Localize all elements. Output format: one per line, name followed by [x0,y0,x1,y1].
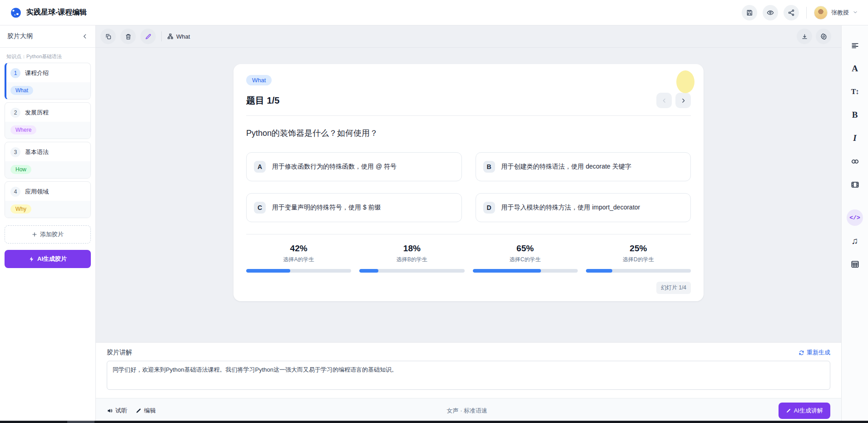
preview-audio-button[interactable]: 试听 [107,407,127,415]
progress-track [586,269,691,273]
stat-label: 选择A的学生 [246,256,351,264]
narration-panel: 胶片讲解 重新生成 同学们好，欢迎来到Python基础语法课程。我们将学习Pyt… [96,342,841,423]
slide-item-2[interactable]: 2 发展历程 Where [5,102,91,139]
card-divider [246,115,691,116]
user-name: 张教授 [831,9,849,17]
slide-number: 3 [10,147,20,157]
progress-track [359,269,464,273]
next-question-button[interactable] [675,93,691,108]
narration-textarea[interactable]: 同学们好，欢迎来到Python基础语法课程。我们将学习Python这一强大而又易… [107,361,830,390]
slide-list: 1 课程介绍 What 2 发展历程 Where [0,63,95,221]
text-size-button[interactable]: T↕ [847,84,863,100]
trash-icon [125,33,132,40]
sitemap-icon [167,33,174,40]
slide-tag: How [10,165,31,174]
option-letter: C [254,202,266,214]
slide-outline-sidebar: 胶片大纲 知识点：Python基础语法 1 课程介绍 What [0,25,96,423]
lightning-icon [29,256,35,262]
option-letter: B [483,161,495,173]
progress-track [473,269,578,273]
slide-label: 发展历程 [25,109,49,117]
slide-item-3[interactable]: 3 基本语法 How [5,142,91,179]
video-button[interactable] [847,176,863,193]
link-button[interactable] [847,153,863,169]
knowledge-point-label: 知识点：Python基础语法 [0,48,95,63]
film-icon [851,180,859,189]
add-slide-button[interactable]: 添加胶片 [5,225,91,244]
slide-number: 1 [10,68,20,78]
italic-button[interactable]: I [847,130,863,146]
option-b[interactable]: B 用于创建类的特殊语法，使用 decorate 关键字 [476,152,691,181]
speaker-icon [107,408,113,414]
user-menu[interactable]: 张教授 [814,6,858,20]
slide-type-indicator: What [167,33,190,40]
edit-slide-button[interactable] [140,29,156,44]
slide-item-1[interactable]: 1 课程介绍 What [5,63,91,100]
align-left-icon [851,41,859,50]
save-icon [746,9,753,16]
sidebar-title: 胶片大纲 [7,32,33,40]
option-letter: A [254,161,266,173]
stat-label: 选择C的学生 [473,256,578,264]
editor-main: What What 题目 1/5 [96,25,841,423]
header-divider [806,7,807,19]
align-left-button[interactable] [847,37,863,54]
question-counter: 题目 1/5 [246,95,279,107]
preview-button[interactable] [763,5,778,20]
chevron-left-icon [82,33,88,40]
card-divider [246,234,691,234]
save-button[interactable] [742,5,757,20]
slide-page-indicator: 幻灯片 1/4 [656,282,691,294]
code-button[interactable]: </> [847,209,863,226]
ai-generate-slides-button[interactable]: AI生成胶片 [5,250,91,268]
pencil-icon [135,408,142,414]
pencil-icon [786,408,791,413]
settings-button[interactable] [816,29,831,44]
link-icon [851,157,859,166]
stat-percent: 65% [473,244,578,254]
progress-fill [246,269,290,273]
stat-percent: 42% [246,244,351,254]
slide-number: 4 [10,187,20,197]
slide-type-badge: What [246,75,272,85]
option-c[interactable]: C 用于变量声明的特殊符号，使用 $ 前缀 [246,193,462,222]
option-d[interactable]: D 用于导入模块的特殊方法，使用 import_decorator [476,193,691,222]
option-letter: D [483,202,495,214]
gear-icon [820,33,827,40]
app-logo-globe-icon [10,7,22,19]
narration-title: 胶片讲解 [107,348,132,357]
ai-generate-narration-button[interactable]: AI生成讲解 [779,403,830,419]
options-grid: A 用于修改函数行为的特殊函数，使用 @ 符号 B 用于创建类的特殊语法，使用 … [246,152,691,222]
collapse-sidebar-button[interactable] [82,33,88,40]
table-button[interactable] [847,256,863,272]
font-button[interactable]: A [847,60,863,77]
slide-item-4[interactable]: 4 应用领域 Why [5,181,91,218]
bold-button[interactable]: B [847,107,863,123]
edit-narration-button[interactable]: 编辑 [135,407,156,415]
chevron-right-icon [680,98,686,104]
progress-fill [586,269,612,273]
download-button[interactable] [797,29,812,44]
horizontal-scrollbar[interactable] [0,421,868,423]
pencil-icon [145,33,152,40]
stat-b: 18% 选择B的学生 [359,244,464,273]
answer-stats: 42% 选择A的学生 18% 选择B的学生 65% 选择C的学生 [246,244,691,273]
decorative-circle [676,70,694,93]
regenerate-button[interactable]: 重新生成 [799,348,830,357]
scrollbar-thumb[interactable] [67,421,94,423]
share-button[interactable] [784,5,799,20]
option-a[interactable]: A 用于修改函数行为的特殊函数，使用 @ 符号 [246,152,462,181]
slide-tag: Where [10,125,36,134]
previous-question-button[interactable] [656,93,672,108]
stat-percent: 25% [586,244,691,254]
option-text: 用于变量声明的特殊符号，使用 $ 前缀 [272,204,381,212]
app-window: 实践星球-课程编辑 张教授 胶片 [0,0,868,423]
toolbar-divider [161,31,162,41]
music-button[interactable]: ♫ [847,233,863,249]
slide-label: 课程介绍 [25,69,49,77]
slide-tag: What [10,86,33,95]
option-text: 用于修改函数行为的特殊函数，使用 @ 符号 [272,163,397,171]
stat-label: 选择B的学生 [359,256,464,264]
duplicate-slide-button[interactable] [100,29,116,44]
delete-slide-button[interactable] [120,29,136,44]
